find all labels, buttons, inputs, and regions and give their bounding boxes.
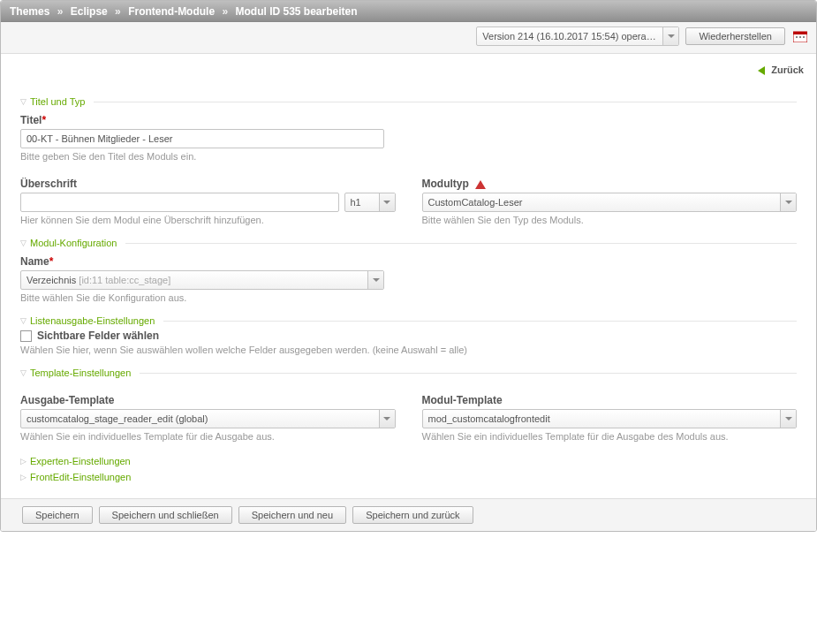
legend-divider bbox=[140, 373, 797, 374]
titel-input[interactable] bbox=[20, 129, 384, 148]
restore-button[interactable]: Wiederherstellen bbox=[685, 27, 785, 45]
save-close-button[interactable]: Speichern und schließen bbox=[99, 506, 232, 524]
version-bar: Version 214 (16.10.2017 15:54) operator … bbox=[1, 22, 816, 54]
chevron-down-icon bbox=[379, 193, 395, 211]
ueberschrift-input[interactable] bbox=[20, 193, 339, 212]
calendar-icon[interactable] bbox=[793, 30, 807, 42]
legend-listenausgabe[interactable]: ▽ Listenausgabe-Einstellungen bbox=[20, 315, 797, 326]
name-value: Verzeichnis [id:11 table:cc_stage] bbox=[21, 275, 367, 285]
modul-template-hint: Wählen Sie ein individuelles Template fü… bbox=[422, 431, 798, 442]
legend-label: Template-Einstellungen bbox=[30, 367, 131, 378]
legend-divider bbox=[163, 321, 797, 322]
version-select-value: Version 214 (16.10.2017 15:54) operator bbox=[477, 31, 662, 42]
modultyp-hint: Bitte wählen Sie den Typ des Moduls. bbox=[422, 215, 798, 225]
form-body: ▽ Titel und Typ Titel* Bitte geben Sie d… bbox=[1, 79, 816, 498]
modultyp-select[interactable]: CustomCatalog-Leser bbox=[422, 193, 798, 212]
sichtbare-felder-checkbox[interactable] bbox=[20, 330, 32, 342]
legend-divider bbox=[94, 102, 797, 102]
ausgabe-template-value: customcatalog_stage_reader_edit (global) bbox=[21, 413, 379, 424]
footer: Speichern Speichern und schließen Speich… bbox=[1, 498, 816, 531]
modul-template-value: mod_customcatalogfrontedit bbox=[423, 413, 781, 424]
titel-label: Titel* bbox=[20, 114, 384, 126]
back-label: Zurück bbox=[771, 64, 804, 75]
sichtbare-felder-label: Sichtbare Felder wählen bbox=[37, 330, 159, 342]
chevron-down-icon bbox=[780, 410, 796, 428]
back-row: Zurück bbox=[1, 54, 816, 79]
legend-title-type[interactable]: ▽ Titel und Typ bbox=[20, 96, 797, 107]
ueberschrift-label: Überschrift bbox=[20, 178, 396, 190]
breadcrumb-separator: » bbox=[110, 5, 125, 18]
legend-template[interactable]: ▽ Template-Einstellungen bbox=[20, 367, 797, 378]
save-button[interactable]: Speichern bbox=[22, 506, 93, 524]
chevron-down-icon bbox=[780, 193, 796, 211]
heading-level-value: h1 bbox=[345, 197, 379, 208]
legend-label: Experten-Einstellungen bbox=[30, 456, 131, 466]
chevron-down-icon bbox=[379, 410, 395, 428]
triangle-down-icon: ▽ bbox=[20, 97, 26, 106]
modultyp-label: Modultyp bbox=[422, 178, 798, 190]
ueberschrift-hint: Hier können Sie dem Modul eine Überschri… bbox=[20, 215, 396, 225]
warning-icon bbox=[475, 180, 486, 189]
legend-label: Titel und Typ bbox=[30, 96, 85, 107]
save-new-button[interactable]: Speichern und neu bbox=[238, 506, 346, 524]
triangle-down-icon: ▽ bbox=[20, 368, 26, 377]
triangle-down-icon: ▽ bbox=[20, 316, 26, 325]
legend-label: Modul-Konfiguration bbox=[30, 238, 117, 248]
triangle-right-icon: ▷ bbox=[20, 457, 26, 466]
modul-template-label: Modul-Template bbox=[422, 394, 798, 406]
svg-rect-1 bbox=[793, 32, 807, 34]
modul-template-select[interactable]: mod_customcatalogfrontedit bbox=[422, 409, 798, 428]
triangle-right-icon: ▷ bbox=[20, 473, 26, 481]
legend-label: FrontEdit-Einstellungen bbox=[30, 472, 131, 482]
triangle-down-icon: ▽ bbox=[20, 239, 26, 247]
breadcrumb-item[interactable]: Frontend-Module bbox=[128, 5, 215, 18]
ausgabe-template-select[interactable]: customcatalog_stage_reader_edit (global) bbox=[20, 409, 396, 428]
ausgabe-template-label: Ausgabe-Template bbox=[20, 394, 396, 406]
name-hint: Bitte wählen Sie die Konfiguration aus. bbox=[20, 292, 384, 303]
legend-frontedit[interactable]: ▷ FrontEdit-Einstellungen bbox=[20, 472, 797, 482]
svg-rect-3 bbox=[799, 36, 801, 38]
ausgabe-template-hint: Wählen Sie ein individuelles Template fü… bbox=[20, 431, 396, 442]
chevron-down-icon bbox=[367, 271, 383, 289]
heading-level-select[interactable]: h1 bbox=[344, 193, 396, 212]
titel-hint: Bitte geben Sie den Titel des Moduls ein… bbox=[20, 151, 384, 162]
breadcrumb-separator: » bbox=[53, 5, 68, 18]
breadcrumb: Themes » Eclipse » Frontend-Module » Mod… bbox=[1, 1, 816, 22]
name-select[interactable]: Verzeichnis [id:11 table:cc_stage] bbox=[20, 270, 384, 290]
legend-label: Listenausgabe-Einstellungen bbox=[30, 315, 155, 326]
save-back-button[interactable]: Speichern und zurück bbox=[352, 506, 473, 524]
version-select[interactable]: Version 214 (16.10.2017 15:54) operator bbox=[476, 27, 679, 46]
breadcrumb-item: Modul ID 535 bearbeiten bbox=[236, 5, 358, 18]
required-mark: * bbox=[49, 255, 54, 268]
legend-modul-konfig[interactable]: ▽ Modul-Konfiguration bbox=[20, 238, 797, 248]
svg-rect-4 bbox=[803, 36, 805, 38]
required-mark: * bbox=[42, 114, 46, 126]
breadcrumb-separator: » bbox=[217, 5, 232, 18]
sichtbare-felder-hint: Wählen Sie hier, wenn Sie auswählen woll… bbox=[20, 345, 797, 355]
legend-experten[interactable]: ▷ Experten-Einstellungen bbox=[20, 456, 797, 466]
modultyp-value: CustomCatalog-Leser bbox=[423, 197, 781, 208]
breadcrumb-item[interactable]: Themes bbox=[10, 5, 49, 18]
legend-divider bbox=[125, 243, 797, 244]
svg-rect-2 bbox=[796, 36, 798, 38]
name-label: Name* bbox=[20, 255, 384, 268]
chevron-down-icon bbox=[662, 27, 678, 45]
breadcrumb-item[interactable]: Eclipse bbox=[71, 5, 108, 18]
app-window: Themes » Eclipse » Frontend-Module » Mod… bbox=[0, 0, 817, 532]
back-link[interactable]: Zurück bbox=[758, 64, 804, 75]
arrow-left-icon bbox=[758, 66, 765, 75]
